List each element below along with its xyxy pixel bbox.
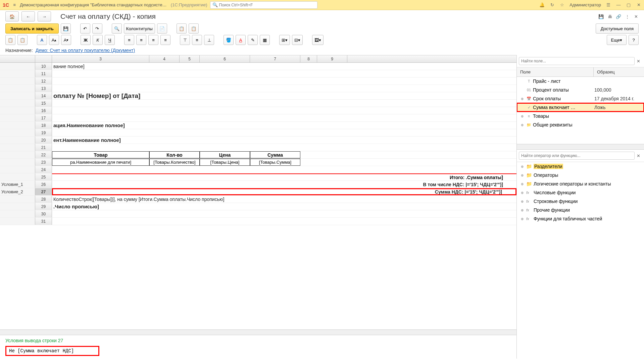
save-icon[interactable]: 💾 xyxy=(598,14,604,19)
col-head-4[interactable]: 4 xyxy=(149,55,180,62)
back-button[interactable]: ← xyxy=(21,11,35,21)
row-num[interactable]: 19 xyxy=(35,129,52,136)
fields-list[interactable]: T Прайс - лист 01 Процент оплаты 100,000… xyxy=(517,77,644,144)
paste-button[interactable]: 📋 xyxy=(189,23,199,34)
font-group2-icon[interactable]: 📋 xyxy=(17,35,28,45)
align-right-button[interactable]: ≡ xyxy=(148,35,158,45)
italic-button[interactable]: К xyxy=(93,35,103,45)
field-item[interactable]: T Прайс - лист xyxy=(517,77,644,86)
row-num[interactable]: 21 xyxy=(35,144,52,151)
more-icon[interactable]: ⋮ xyxy=(625,14,630,19)
fill-color-button[interactable]: 🪣 xyxy=(224,35,234,45)
table-row[interactable]: 22 Товар Кол-во Цена Сумма xyxy=(0,151,516,159)
table-row[interactable]: 14 оплату № [Номер] от [Дата] xyxy=(0,92,516,100)
row-num[interactable]: 22 xyxy=(35,151,52,158)
row-num[interactable]: 29 xyxy=(35,203,52,210)
expand-icon[interactable]: ⊕ xyxy=(519,97,525,101)
col-head-9[interactable]: 9 xyxy=(317,55,347,62)
search-input[interactable] xyxy=(219,3,315,7)
table-row[interactable]: 30 xyxy=(0,210,516,218)
field-item[interactable]: ✓ Сумма включает … Ложь xyxy=(517,103,644,112)
op-item[interactable]: ⊕📁Логические операторы и константы xyxy=(517,179,644,188)
op-item[interactable]: ⊕📁Разделители xyxy=(517,162,644,171)
table-row[interactable]: 29 .Число прописью] xyxy=(0,203,516,210)
text-color-button[interactable]: A xyxy=(236,35,246,45)
table-row[interactable]: Условие_1 26 В том числе НДС: |='15'; ЧД… xyxy=(0,181,516,188)
underline-button[interactable]: Ч xyxy=(105,35,115,45)
horizontal-scrollbar[interactable] xyxy=(0,329,516,335)
border-style-button[interactable]: ▦ xyxy=(260,35,270,45)
expand-icon[interactable]: ⊕ xyxy=(519,182,525,186)
table-row[interactable]: 31 xyxy=(0,218,516,225)
font-inc-button[interactable]: A▴ xyxy=(49,35,59,45)
field-item[interactable]: ⊕ 📅 Срок оплаты 17 декабря 2014 г. xyxy=(517,94,644,103)
save-close-button[interactable]: Записать и закрыть xyxy=(5,23,59,34)
field-item[interactable]: ⊕ 📁 Общие реквизиты xyxy=(517,120,644,129)
table-row[interactable]: 28 КоличествоСтрок([Товары])], на сумму … xyxy=(0,196,516,203)
valign-top-button[interactable]: ⊤ xyxy=(180,35,190,45)
close-tab-icon[interactable]: ✕ xyxy=(633,14,639,19)
op-item[interactable]: ⊕fxПрочие функции xyxy=(517,206,644,214)
sheet-body[interactable]: 10 вание полное] 11 12 13 14 оплату № [Н… xyxy=(0,63,516,329)
align-center-button[interactable]: ≡ xyxy=(136,35,146,45)
help-button[interactable]: ? xyxy=(629,35,639,45)
op-item[interactable]: ⊕fxСтроковые функции xyxy=(517,197,644,206)
table-row[interactable]: 17 xyxy=(0,114,516,122)
table-row[interactable]: 18 ация.Наименование полное] xyxy=(0,122,516,129)
table-row[interactable]: 25 Итого: .Сумма оплаты] xyxy=(0,173,516,181)
font-group-icon[interactable]: 📋 xyxy=(5,35,15,45)
align-left-button[interactable]: ≡ xyxy=(124,35,134,45)
expand-icon[interactable]: ⊕ xyxy=(519,173,525,177)
row-num[interactable]: 25 xyxy=(35,173,52,180)
page-setup-button[interactable]: 📄 xyxy=(157,23,167,34)
col-head-8[interactable]: 8 xyxy=(300,55,317,62)
assignment-link[interactable]: Демо: Счет на оплату покупателю (Докумен… xyxy=(36,48,135,53)
fields-hscroll[interactable] xyxy=(517,144,644,149)
expand-icon[interactable]: ⊕ xyxy=(519,208,525,212)
merge-button[interactable]: ⊞▾ xyxy=(279,35,290,45)
col-head-3[interactable]: 3 xyxy=(52,55,149,62)
table-row[interactable]: 12 xyxy=(0,77,516,85)
field-search-close-icon[interactable]: ✕ xyxy=(637,59,642,64)
home-button[interactable]: 🏠 xyxy=(5,11,19,21)
undo-button[interactable]: ↶ xyxy=(80,23,90,34)
field-item[interactable]: ⊕ ≡ Товары xyxy=(517,112,644,120)
forward-button[interactable]: → xyxy=(38,11,51,21)
font-dec-button[interactable]: A▾ xyxy=(61,35,71,45)
table-row[interactable]: 19 xyxy=(0,129,516,137)
table-row[interactable]: 10 вание полное] xyxy=(0,63,516,70)
star-icon[interactable]: ☆ xyxy=(559,2,565,8)
link-icon[interactable]: 🔗 xyxy=(616,14,621,19)
table-row[interactable]: 11 xyxy=(0,70,516,77)
condition-expression[interactable]: Не [Сумма включает НДС] xyxy=(5,346,99,356)
redo-button[interactable]: ↷ xyxy=(92,23,102,34)
border-color-button[interactable]: ✎ xyxy=(248,35,258,45)
headers-button[interactable]: Колонтитулы xyxy=(124,23,155,34)
global-search[interactable]: 🔍 xyxy=(210,1,317,9)
available-fields-button[interactable]: Доступные поля xyxy=(596,23,639,34)
split-button[interactable]: ⊟▾ xyxy=(292,35,303,45)
expand-icon[interactable]: ⊕ xyxy=(519,114,525,118)
field-item[interactable]: 01 Процент оплаты 100,000 xyxy=(517,86,644,94)
expand-icon[interactable]: ⊕ xyxy=(519,165,525,168)
row-num[interactable]: 26 xyxy=(35,181,52,188)
font-color-button[interactable]: A xyxy=(37,35,47,45)
op-item[interactable]: ⊕fxФункции для табличных частей xyxy=(517,214,644,223)
col-head-7[interactable]: 7 xyxy=(250,55,300,62)
field-search-input[interactable] xyxy=(519,57,635,65)
table-row[interactable]: 23 ра.Наименование для печати] [Товары.К… xyxy=(0,159,516,166)
settings-icon[interactable]: ☰ xyxy=(606,2,611,8)
minimize-icon[interactable]: — xyxy=(616,2,621,8)
table-row[interactable]: 15 xyxy=(0,100,516,107)
op-search-close-icon[interactable]: ✕ xyxy=(637,153,642,158)
table-row[interactable]: 20 ент.Наименование полное] xyxy=(0,137,516,144)
more-button[interactable]: Еще ▾ xyxy=(607,35,627,45)
table-row[interactable]: 21 xyxy=(0,144,516,151)
col-head-5[interactable]: 5 xyxy=(180,55,200,62)
user-label[interactable]: Администратор xyxy=(569,2,601,7)
row-num[interactable]: 10 xyxy=(35,63,52,70)
row-num[interactable]: 15 xyxy=(35,100,52,107)
table-row[interactable]: 16 xyxy=(0,107,516,114)
expand-icon[interactable]: ⊕ xyxy=(519,123,525,127)
row-num[interactable]: 18 xyxy=(35,122,52,129)
